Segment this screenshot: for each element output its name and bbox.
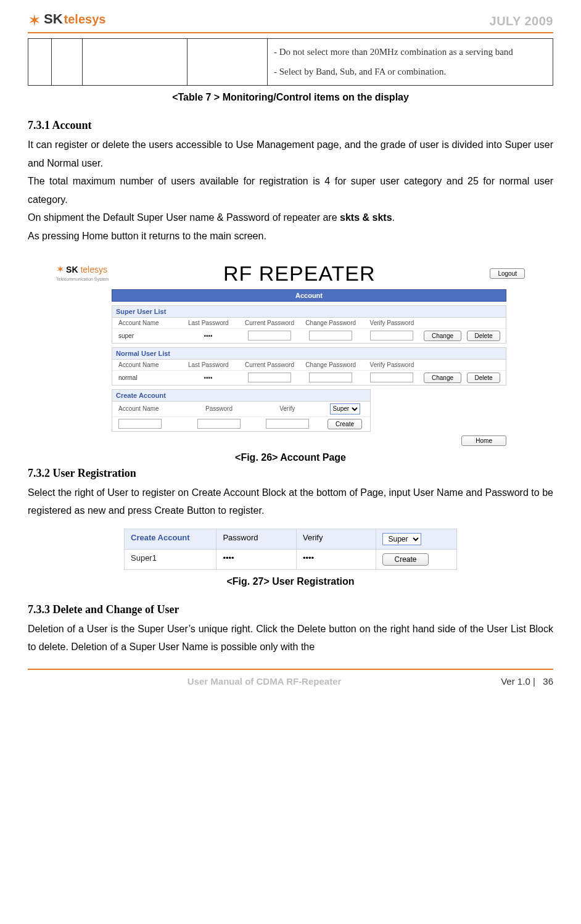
verify-password-input[interactable] xyxy=(370,373,413,382)
create-button[interactable]: Create xyxy=(382,553,428,566)
col-verify: Verify xyxy=(255,405,319,412)
change-password-input[interactable] xyxy=(309,331,352,340)
brand-tagline: Telecommunication System xyxy=(56,277,109,281)
page-number: 36 xyxy=(543,676,553,687)
super-last-password: •••• xyxy=(179,332,237,339)
change-password-input[interactable] xyxy=(309,373,352,382)
create-account-title: Create Account xyxy=(112,390,370,402)
butterfly-icon: ✶ xyxy=(28,12,41,28)
butterfly-icon: ✶ xyxy=(56,264,64,274)
para-7-3-2: Select the right of User to register on … xyxy=(28,484,553,520)
normal-user-list-panel: Normal User List Account Name Last Passw… xyxy=(112,347,506,386)
delete-button[interactable]: Delete xyxy=(467,331,501,341)
footer-manual-title: User Manual of CDMA RF-Repeater xyxy=(28,676,501,687)
account-name-value: Super1 xyxy=(125,550,216,569)
heading-7-3-1: 7.3.1 Account xyxy=(28,119,553,132)
create-account-panel: Create Account Account Name Password Ver… xyxy=(112,389,371,432)
new-password-input[interactable] xyxy=(197,419,241,429)
brand-sk: SK xyxy=(44,11,63,27)
create-button[interactable]: Create xyxy=(328,419,362,429)
mini-brand-logo: ✶ SK telesys Telecommunication System xyxy=(56,265,109,282)
super-user-list-title: Super User List xyxy=(112,306,506,318)
new-verify-input[interactable] xyxy=(266,419,309,429)
text-prefix: On shipment the Default Super User name … xyxy=(28,212,340,223)
super-user-list-panel: Super User List Account Name Last Passwo… xyxy=(112,305,506,344)
current-password-input[interactable] xyxy=(248,331,291,340)
home-button[interactable]: Home xyxy=(461,435,506,446)
col-last-password: Last Password xyxy=(179,320,237,326)
para-7-3-1-a: It can register or delete the users acce… xyxy=(28,136,553,172)
user-type-select[interactable]: Super xyxy=(382,533,421,545)
col-password: Password xyxy=(187,405,252,412)
col-account-name: Account Name xyxy=(116,320,176,326)
fig-26-account-page: ✶ SK telesys Telecommunication System RF… xyxy=(56,262,525,446)
normal-account-name: normal xyxy=(116,374,176,381)
normal-user-list-title: Normal User List xyxy=(112,348,506,360)
user-type-select[interactable]: Super xyxy=(330,403,360,415)
footer-version-page: Ver 1.0 | 36 xyxy=(501,676,553,687)
para-7-3-3: Deletion of a User is the Super User’s u… xyxy=(28,620,553,656)
version-label: Ver 1.0 | xyxy=(501,676,535,687)
col-current-password: Current Password xyxy=(241,361,298,368)
logout-button[interactable]: Logout xyxy=(490,268,525,279)
change-button[interactable]: Change xyxy=(424,373,461,383)
table-row: super •••• Change Delete xyxy=(112,329,506,343)
normal-last-password: •••• xyxy=(179,374,237,381)
fig-26-caption: <Fig. 26> Account Page xyxy=(28,452,553,463)
para-7-3-1-b: The total maximum number of users availa… xyxy=(28,172,553,208)
change-button[interactable]: Change xyxy=(424,331,461,341)
brand-sk: SK xyxy=(66,265,78,274)
password-value: •••• xyxy=(216,550,297,569)
brand-telesys: telesys xyxy=(80,265,107,274)
doc-date: JULY 2009 xyxy=(490,14,553,28)
col-verify: Verify xyxy=(297,529,377,549)
col-verify-password: Verify Password xyxy=(363,361,421,368)
col-create-account: Create Account xyxy=(125,529,216,549)
table-7-caption: <Table 7 > Monitoring/Control items on t… xyxy=(28,92,553,103)
fig-27-caption: <Fig. 27> User Registration xyxy=(28,576,553,587)
col-last-password: Last Password xyxy=(179,361,237,368)
account-section-header: Account xyxy=(112,289,506,302)
brand-logo: ✶ SKtelesys xyxy=(28,12,105,28)
text-suffix: . xyxy=(392,212,395,223)
table-note-cell: - Do not select more than 20MHz combinat… xyxy=(268,39,553,86)
col-account-name: Account Name xyxy=(116,405,183,412)
page-header: ✶ SKtelesys JULY 2009 xyxy=(28,12,553,33)
verify-value: •••• xyxy=(297,550,377,569)
col-password: Password xyxy=(216,529,297,549)
current-password-input[interactable] xyxy=(248,373,291,382)
col-account-name: Account Name xyxy=(116,361,176,368)
default-credentials: skts & skts xyxy=(340,212,392,223)
para-7-3-1-c: On shipment the Default Super User name … xyxy=(28,208,553,227)
heading-7-3-2: 7.3.2 User Registration xyxy=(28,467,553,480)
col-change-password: Change Password xyxy=(302,361,360,368)
heading-7-3-3: 7.3.3 Delete and Change of User xyxy=(28,603,553,616)
col-verify-password: Verify Password xyxy=(363,320,421,326)
brand-telesys: telesys xyxy=(64,12,106,26)
new-account-name-input[interactable] xyxy=(118,419,162,429)
delete-button[interactable]: Delete xyxy=(467,373,501,383)
verify-password-input[interactable] xyxy=(370,331,413,340)
col-change-password: Change Password xyxy=(302,320,360,326)
para-7-3-1-d: As pressing Home button it returns to th… xyxy=(28,227,553,245)
col-current-password: Current Password xyxy=(241,320,298,326)
super-account-name: super xyxy=(116,332,176,339)
table-7-fragment: - Do not select more than 20MHz combinat… xyxy=(28,38,553,86)
fig-27-create-account: Create Account Password Verify Super Sup… xyxy=(124,529,457,570)
table-row: normal •••• Change Delete xyxy=(112,371,506,385)
page-footer: User Manual of CDMA RF-Repeater Ver 1.0 … xyxy=(28,669,553,687)
page-title: RF REPEATER xyxy=(109,262,490,286)
